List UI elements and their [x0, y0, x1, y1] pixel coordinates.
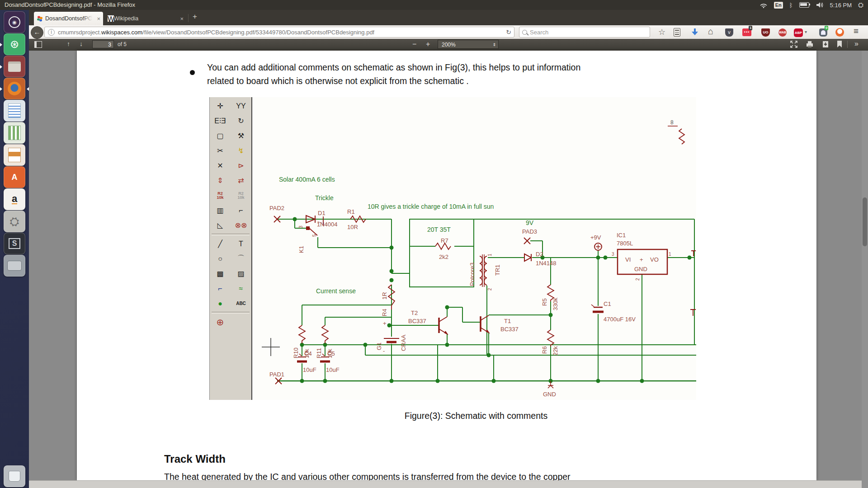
label-ic1: IC1 — [617, 232, 626, 239]
bullet-dot — [190, 70, 195, 75]
launcher-item-software[interactable]: A — [4, 166, 25, 188]
search-placeholder: Search — [530, 29, 548, 36]
pdf-page: You can add additional comments on schem… — [77, 51, 816, 480]
label-gnd: GND — [543, 391, 556, 398]
tab-wikipedia[interactable]: W Wikipedia × — [105, 12, 186, 25]
bookmark-star-icon[interactable]: ☆ — [658, 27, 665, 37]
annotation-trickle-note: 10R gives a trickle charge of 10mA in fu… — [368, 203, 494, 210]
reading-list-icon[interactable] — [674, 28, 680, 37]
label-pad3: PAD3 — [522, 228, 537, 235]
wifi-icon[interactable] — [760, 2, 768, 8]
bluetooth-icon[interactable]: ᛒ — [789, 2, 793, 9]
label-c5: C5 — [327, 350, 335, 357]
tab-pdf[interactable]: DosandDontsofPCBde × — [34, 12, 103, 25]
pdf-zoom-out-icon[interactable]: − — [412, 40, 416, 48]
schematic-figure: ✛ΥΥ E⫶Ǝ↻ ▢⚒ ✂↯ ✕⊳ ⇕⇄ R2 10kR2 10k ▥⌐ ◺⊗⊗… — [209, 97, 696, 400]
launcher-item-amazon[interactable]: a — [4, 188, 25, 210]
abp-icon[interactable]: ABP — [794, 28, 803, 37]
pdf-zoom-in-icon[interactable]: + — [426, 40, 430, 48]
ublock-icon[interactable]: UO — [761, 28, 770, 37]
annotation-current-sense: Current sense — [316, 287, 356, 295]
label-pad1: PAD1 — [269, 371, 284, 378]
desktop: DosandDontsofPCBdesigning.pdf - Mozilla … — [0, 0, 868, 488]
launcher-item-files[interactable] — [4, 56, 25, 77]
label-c1: C1 — [604, 300, 611, 307]
pdf-download-icon[interactable] — [822, 41, 829, 48]
annotation-solar: Solar 400mA 6 cells — [279, 176, 335, 183]
label-r5: R5 — [541, 298, 548, 306]
pdf-print-icon[interactable] — [806, 41, 814, 48]
wikispaces-favicon — [37, 15, 43, 22]
pdf-page-up-icon[interactable]: ↑ — [67, 40, 70, 47]
reload-icon[interactable]: ↻ — [506, 28, 511, 36]
label-ic-pin3: 3 — [612, 252, 614, 257]
label-t1-value: BC337 — [500, 326, 519, 333]
launcher-item-writer[interactable] — [4, 100, 25, 122]
system-tray: En ᛒ 5:16 PM ⛭ — [760, 0, 863, 10]
pdf-zoom-select[interactable]: 200%⇕ — [438, 40, 499, 49]
label-r11: R11 — [316, 348, 322, 358]
pdf-presentation-icon[interactable] — [790, 41, 797, 48]
clock[interactable]: 5:16 PM — [830, 2, 852, 9]
pdf-page-down-icon[interactable]: ↓ — [80, 40, 83, 47]
label-c1-value: 4700uF 16V — [604, 316, 636, 323]
label-r10: R10 — [292, 347, 299, 358]
label-tr1: TR1 — [494, 264, 501, 276]
session-gear-icon[interactable]: ⛭ — [858, 1, 863, 9]
home-icon[interactable]: ⌂ — [708, 26, 713, 37]
launcher-item-firefox[interactable] — [4, 78, 25, 99]
launcher-item-dash[interactable]: ◉ — [4, 11, 25, 33]
tab-close-icon[interactable]: × — [97, 15, 100, 22]
downloads-icon[interactable] — [692, 28, 698, 35]
launcher-item-trash[interactable] — [4, 465, 25, 487]
back-button[interactable]: ← — [31, 26, 43, 39]
wab-icon[interactable]: WAB — [778, 28, 787, 37]
pdf-more-tools-icon[interactable]: » — [854, 40, 859, 48]
label-plus9v: +9V — [590, 234, 601, 241]
pdf-sidebar-toggle-icon[interactable] — [34, 41, 42, 48]
annotation-trickle: Trickle — [315, 194, 334, 202]
window-title: DosandDontsofPCBdesigning.pdf - Mozilla … — [5, 1, 135, 8]
menu-hamburger-icon[interactable]: ≡ — [854, 26, 859, 36]
url-bar[interactable]: i cmumrsdproject.wikispaces.com/file/vie… — [44, 27, 514, 38]
annotation-turns: 20T 35T — [427, 226, 451, 233]
label-t2: T2 — [411, 310, 418, 316]
disk-icon — [7, 261, 22, 271]
label-battery: CRAA — [400, 335, 407, 351]
keyboard-indicator[interactable]: En — [774, 2, 783, 9]
crosshair-cursor — [262, 338, 280, 356]
label-r5-value: 330k — [552, 297, 559, 310]
unity-launcher: ◉ ⊛ A a ⛭ S — [0, 10, 29, 488]
launcher-item-hex-app[interactable]: S — [4, 233, 25, 254]
launcher-item-settings[interactable]: ⛭ — [4, 211, 25, 232]
tab-label: DosandDontsofPCBde — [45, 15, 92, 22]
duckduckgo-icon[interactable] — [835, 28, 844, 37]
search-bar[interactable]: Search — [519, 27, 650, 38]
pdf-page-input[interactable]: 3 — [92, 40, 114, 48]
scrollbar-track[interactable] — [862, 51, 868, 488]
section-heading: Track Width — [164, 453, 226, 465]
label-g1: G1 — [376, 343, 382, 350]
launcher-item-atom-app[interactable]: ⊛ — [4, 33, 25, 55]
label-t2-value: BC337 — [408, 318, 426, 324]
tab-bar: DosandDontsofPCBde × W Wikipedia × + — [29, 10, 868, 25]
scrollbar-thumb[interactable] — [863, 197, 867, 246]
new-tab-button[interactable]: + — [193, 12, 197, 21]
launcher-item-calc[interactable] — [4, 122, 25, 144]
battery-icon[interactable] — [799, 2, 809, 8]
page-info-icon[interactable]: i — [48, 29, 55, 36]
launcher-item-impress[interactable] — [4, 144, 25, 166]
firefox-icon — [8, 82, 21, 95]
label-ic-gnd: GND — [634, 266, 647, 272]
volume-icon[interactable] — [816, 2, 824, 8]
ubuntu-logo-icon: ◉ — [9, 16, 20, 28]
label-ic-pin2: 2 — [635, 278, 640, 281]
settings-gear-icon: ⛭ — [10, 215, 19, 229]
wires — [277, 219, 696, 381]
tab-close-icon[interactable]: × — [180, 15, 184, 22]
label-r7-value: 2k2 — [439, 253, 448, 260]
trash-icon — [9, 471, 20, 482]
abp-caret-icon[interactable]: ▾ — [805, 29, 807, 34]
shield-addon-icon[interactable]: v — [725, 28, 733, 37]
launcher-item-disks[interactable] — [4, 255, 25, 277]
